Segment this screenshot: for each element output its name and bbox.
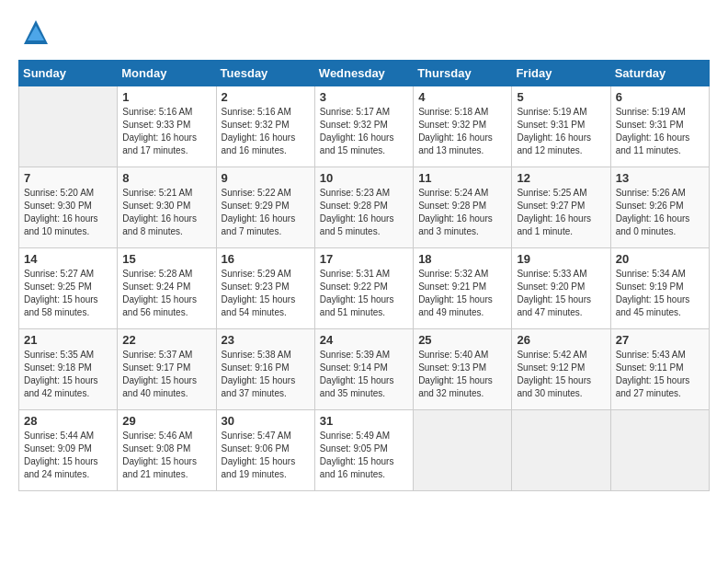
day-number: 23 [222,333,310,347]
day-number: 1 [122,90,210,104]
calendar-cell: 3Sunrise: 5:17 AM Sunset: 9:32 PM Daylig… [314,86,413,167]
calendar-cell: 24Sunrise: 5:39 AM Sunset: 9:14 PM Dayli… [314,329,413,410]
calendar-cell: 20Sunrise: 5:34 AM Sunset: 9:19 PM Dayli… [610,248,709,329]
day-number: 27 [616,333,704,347]
day-number: 7 [24,171,112,185]
calendar-cell: 1Sunrise: 5:16 AM Sunset: 9:33 PM Daylig… [118,86,216,167]
day-number: 11 [418,171,506,185]
day-number: 20 [616,252,704,266]
day-info: Sunrise: 5:23 AM Sunset: 9:28 PM Dayligh… [320,187,408,238]
page-header [18,18,710,51]
day-number: 13 [616,171,704,185]
day-info: Sunrise: 5:26 AM Sunset: 9:26 PM Dayligh… [616,187,704,238]
day-number: 12 [517,171,605,185]
day-info: Sunrise: 5:22 AM Sunset: 9:29 PM Dayligh… [222,187,310,238]
day-info: Sunrise: 5:19 AM Sunset: 9:31 PM Dayligh… [616,106,704,157]
day-info: Sunrise: 5:29 AM Sunset: 9:23 PM Dayligh… [222,268,310,319]
day-info: Sunrise: 5:18 AM Sunset: 9:32 PM Dayligh… [418,106,506,157]
day-info: Sunrise: 5:38 AM Sunset: 9:16 PM Dayligh… [222,349,310,400]
day-number: 14 [24,252,112,266]
day-number: 29 [122,414,210,428]
calendar-header-row: SundayMondayTuesdayWednesdayThursdayFrid… [19,61,710,86]
day-info: Sunrise: 5:32 AM Sunset: 9:21 PM Dayligh… [418,268,506,319]
calendar-cell: 7Sunrise: 5:20 AM Sunset: 9:30 PM Daylig… [19,167,118,248]
calendar-cell [414,410,512,491]
calendar-cell [610,410,709,491]
calendar-cell: 9Sunrise: 5:22 AM Sunset: 9:29 PM Daylig… [216,167,314,248]
day-info: Sunrise: 5:33 AM Sunset: 9:20 PM Dayligh… [517,268,605,319]
day-number: 25 [418,333,506,347]
calendar-cell: 30Sunrise: 5:47 AM Sunset: 9:06 PM Dayli… [216,410,314,491]
calendar-week-row: 7Sunrise: 5:20 AM Sunset: 9:30 PM Daylig… [19,167,710,248]
day-info: Sunrise: 5:25 AM Sunset: 9:27 PM Dayligh… [517,187,605,238]
day-number: 8 [122,171,210,185]
day-info: Sunrise: 5:43 AM Sunset: 9:11 PM Dayligh… [616,349,704,400]
day-info: Sunrise: 5:27 AM Sunset: 9:25 PM Dayligh… [24,268,112,319]
calendar-cell: 23Sunrise: 5:38 AM Sunset: 9:16 PM Dayli… [216,329,314,410]
day-number: 9 [222,171,310,185]
day-number: 21 [24,333,112,347]
day-info: Sunrise: 5:39 AM Sunset: 9:14 PM Dayligh… [320,349,408,400]
day-number: 5 [517,90,605,104]
calendar-week-row: 28Sunrise: 5:44 AM Sunset: 9:09 PM Dayli… [19,410,710,491]
calendar-cell: 14Sunrise: 5:27 AM Sunset: 9:25 PM Dayli… [19,248,118,329]
calendar-cell: 16Sunrise: 5:29 AM Sunset: 9:23 PM Dayli… [216,248,314,329]
day-number: 28 [24,414,112,428]
calendar-cell: 13Sunrise: 5:26 AM Sunset: 9:26 PM Dayli… [610,167,709,248]
day-info: Sunrise: 5:34 AM Sunset: 9:19 PM Dayligh… [616,268,704,319]
calendar-cell: 21Sunrise: 5:35 AM Sunset: 9:18 PM Dayli… [19,329,118,410]
calendar-cell: 10Sunrise: 5:23 AM Sunset: 9:28 PM Dayli… [314,167,413,248]
column-header-thursday: Thursday [414,61,512,86]
calendar-cell [19,86,118,167]
calendar-cell: 27Sunrise: 5:43 AM Sunset: 9:11 PM Dayli… [610,329,709,410]
calendar-cell: 29Sunrise: 5:46 AM Sunset: 9:08 PM Dayli… [118,410,216,491]
calendar-cell: 18Sunrise: 5:32 AM Sunset: 9:21 PM Dayli… [414,248,512,329]
column-header-friday: Friday [512,61,610,86]
day-number: 22 [122,333,210,347]
day-info: Sunrise: 5:49 AM Sunset: 9:05 PM Dayligh… [320,430,408,481]
calendar-cell: 2Sunrise: 5:16 AM Sunset: 9:32 PM Daylig… [216,86,314,167]
day-number: 31 [320,414,408,428]
day-info: Sunrise: 5:35 AM Sunset: 9:18 PM Dayligh… [24,349,112,400]
column-header-wednesday: Wednesday [314,61,413,86]
day-info: Sunrise: 5:20 AM Sunset: 9:30 PM Dayligh… [24,187,112,238]
day-info: Sunrise: 5:44 AM Sunset: 9:09 PM Dayligh… [24,430,112,481]
column-header-saturday: Saturday [610,61,709,86]
calendar-cell: 28Sunrise: 5:44 AM Sunset: 9:09 PM Dayli… [19,410,118,491]
calendar-cell: 4Sunrise: 5:18 AM Sunset: 9:32 PM Daylig… [414,86,512,167]
day-info: Sunrise: 5:46 AM Sunset: 9:08 PM Dayligh… [122,430,210,481]
day-info: Sunrise: 5:37 AM Sunset: 9:17 PM Dayligh… [122,349,210,400]
calendar-table: SundayMondayTuesdayWednesdayThursdayFrid… [18,60,710,491]
calendar-week-row: 14Sunrise: 5:27 AM Sunset: 9:25 PM Dayli… [19,248,710,329]
calendar-cell: 12Sunrise: 5:25 AM Sunset: 9:27 PM Dayli… [512,167,610,248]
day-info: Sunrise: 5:28 AM Sunset: 9:24 PM Dayligh… [122,268,210,319]
column-header-tuesday: Tuesday [216,61,314,86]
calendar-cell: 5Sunrise: 5:19 AM Sunset: 9:31 PM Daylig… [512,86,610,167]
day-info: Sunrise: 5:19 AM Sunset: 9:31 PM Dayligh… [517,106,605,157]
calendar-cell [512,410,610,491]
calendar-cell: 26Sunrise: 5:42 AM Sunset: 9:12 PM Dayli… [512,329,610,410]
calendar-cell: 31Sunrise: 5:49 AM Sunset: 9:05 PM Dayli… [314,410,413,491]
day-number: 2 [222,90,310,104]
calendar-cell: 25Sunrise: 5:40 AM Sunset: 9:13 PM Dayli… [414,329,512,410]
calendar-cell: 6Sunrise: 5:19 AM Sunset: 9:31 PM Daylig… [610,86,709,167]
day-info: Sunrise: 5:21 AM Sunset: 9:30 PM Dayligh… [122,187,210,238]
day-info: Sunrise: 5:16 AM Sunset: 9:32 PM Dayligh… [222,106,310,157]
day-number: 17 [320,252,408,266]
day-number: 10 [320,171,408,185]
logo [18,18,50,51]
day-info: Sunrise: 5:17 AM Sunset: 9:32 PM Dayligh… [320,106,408,157]
day-number: 30 [222,414,310,428]
day-number: 4 [418,90,506,104]
day-number: 15 [122,252,210,266]
day-number: 16 [222,252,310,266]
logo-text [18,18,50,51]
calendar-cell: 19Sunrise: 5:33 AM Sunset: 9:20 PM Dayli… [512,248,610,329]
day-number: 24 [320,333,408,347]
calendar-cell: 15Sunrise: 5:28 AM Sunset: 9:24 PM Dayli… [118,248,216,329]
day-number: 18 [418,252,506,266]
day-number: 3 [320,90,408,104]
column-header-monday: Monday [118,61,216,86]
calendar-cell: 11Sunrise: 5:24 AM Sunset: 9:28 PM Dayli… [414,167,512,248]
day-info: Sunrise: 5:42 AM Sunset: 9:12 PM Dayligh… [517,349,605,400]
